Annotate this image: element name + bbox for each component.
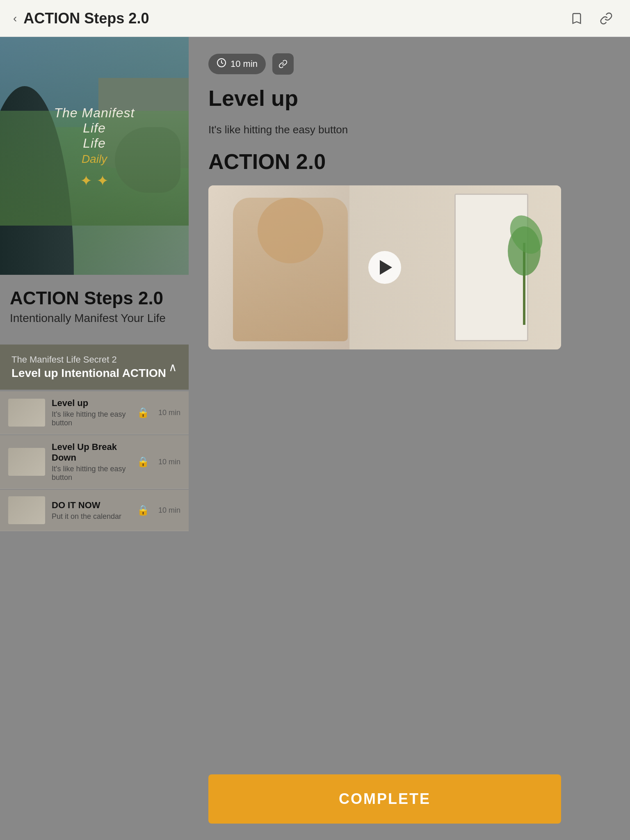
- section-header[interactable]: The Manifest Life Secret 2 Level up Inte…: [0, 345, 189, 390]
- header-actions: [566, 8, 617, 29]
- course-subtitle: Intentionally Manifest Your Life: [10, 312, 179, 325]
- play-icon: [380, 260, 392, 275]
- lesson-name-2: Level Up Break Down: [52, 442, 130, 463]
- spacer: [208, 361, 610, 738]
- person-head: [258, 198, 323, 263]
- lesson-info-2: Level Up Break Down It's like hitting th…: [52, 442, 130, 482]
- clock-svg: [217, 58, 226, 68]
- video-player[interactable]: [208, 185, 561, 349]
- left-panel: The Manifest Life Life Daily ✦ ✦ ACTION …: [0, 37, 189, 840]
- course-thumbnail: The Manifest Life Life Daily ✦ ✦: [0, 37, 189, 275]
- lesson-duration-3: 10 min: [156, 506, 180, 515]
- lesson-thumbnail-3: [8, 496, 45, 524]
- header-left: ‹ ACTION Steps 2.0: [13, 10, 149, 27]
- bookmark-icon: [570, 12, 583, 25]
- lock-icon-1: 🔒: [137, 407, 149, 418]
- lesson-item-2[interactable]: Level Up Break Down It's like hitting th…: [0, 435, 189, 489]
- section-title: Level up Intentional ACTION: [11, 367, 166, 380]
- lock-icon-3: 🔒: [137, 504, 149, 516]
- link-button[interactable]: [272, 53, 294, 75]
- lesson-duration-2: 10 min: [156, 458, 180, 466]
- lesson-item-3[interactable]: DO IT NOW Put it on the calendar 🔒 10 mi…: [0, 490, 189, 531]
- video-person-container: [233, 198, 356, 349]
- lesson-thumbnail-1: [8, 399, 45, 427]
- lesson-thumb-bg-3: [8, 496, 45, 524]
- lesson-name-3: DO IT NOW: [52, 500, 130, 511]
- course-main-title: ACTION Steps 2.0: [10, 288, 179, 308]
- header: ‹ ACTION Steps 2.0: [0, 0, 630, 37]
- share-button[interactable]: [596, 8, 617, 29]
- lesson-list: Level up It's like hitting the easy butt…: [0, 390, 189, 531]
- right-panel: 10 min Level up It's like hitting the ea…: [189, 37, 630, 840]
- main-layout: The Manifest Life Life Daily ✦ ✦ ACTION …: [0, 37, 630, 840]
- meta-row: 10 min: [208, 53, 610, 75]
- header-title: ACTION Steps 2.0: [23, 10, 149, 27]
- section-secret: The Manifest Life Secret 2: [11, 354, 166, 365]
- lesson-description: It's like hitting the easy button: [208, 122, 610, 138]
- lesson-desc-1: It's like hitting the easy button: [52, 410, 130, 427]
- lesson-info-3: DO IT NOW Put it on the calendar: [52, 500, 130, 521]
- duration-badge: 10 min: [208, 54, 266, 74]
- course-info: ACTION Steps 2.0 Intentionally Manifest …: [0, 275, 189, 335]
- lesson-item[interactable]: Level up It's like hitting the easy butt…: [0, 391, 189, 434]
- thumbnail-line2: Life: [47, 136, 142, 151]
- thumbnail-daily: Daily: [47, 153, 142, 166]
- bookmark-button[interactable]: [566, 8, 587, 29]
- share-icon: [600, 12, 613, 25]
- link-icon: [278, 59, 288, 68]
- lesson-desc-3: Put it on the calendar: [52, 512, 130, 521]
- complete-section: COMPLETE: [208, 750, 610, 824]
- lesson-name-1: Level up: [52, 398, 130, 409]
- star-decoration: ✦ ✦: [47, 172, 142, 189]
- lesson-thumb-bg-2: [8, 448, 45, 476]
- lesson-thumb-bg-1: [8, 399, 45, 427]
- chevron-up-icon: ∧: [169, 361, 177, 374]
- duration-text: 10 min: [231, 59, 258, 69]
- thumbnail-line1: The Manifest Life: [47, 105, 142, 136]
- lock-icon-2: 🔒: [137, 456, 149, 468]
- play-button[interactable]: [368, 251, 401, 284]
- clock-icon: [217, 58, 226, 70]
- complete-button[interactable]: COMPLETE: [208, 774, 561, 824]
- back-button[interactable]: ‹: [13, 12, 17, 25]
- thumbnail-text: The Manifest Life Life Daily ✦ ✦: [47, 105, 142, 189]
- action-title: ACTION 2.0: [208, 149, 610, 174]
- lesson-thumbnail-2: [8, 448, 45, 476]
- lesson-main-title: Level up: [208, 86, 610, 110]
- section-header-text: The Manifest Life Secret 2 Level up Inte…: [11, 354, 166, 380]
- lesson-duration-1: 10 min: [156, 409, 180, 417]
- lesson-desc-2: It's like hitting the easy button: [52, 465, 130, 482]
- back-icon: ‹: [13, 12, 17, 25]
- lesson-info-1: Level up It's like hitting the easy butt…: [52, 398, 130, 427]
- plant-container: [504, 202, 545, 333]
